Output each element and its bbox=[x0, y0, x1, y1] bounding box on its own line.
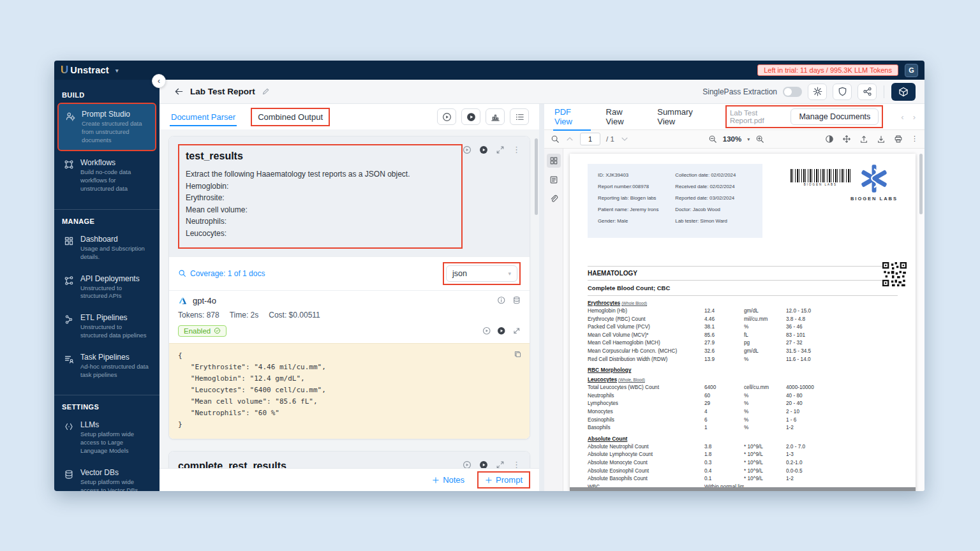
run-prompt-filled-icon[interactable] bbox=[479, 460, 488, 468]
prompt-text[interactable]: Extract the following Haaematology test … bbox=[186, 168, 455, 240]
context-db-icon[interactable] bbox=[512, 296, 521, 305]
table-cell: 11.6 - 14.0 bbox=[786, 356, 898, 364]
coverage-link[interactable]: Coverage: 1 of 1 docs bbox=[178, 269, 265, 278]
current-document-name[interactable]: Lab Test Report.pdf bbox=[730, 109, 786, 124]
org-switcher-chevron-icon[interactable]: ▾ bbox=[115, 67, 119, 74]
prompt-cards-scroll[interactable]: test_results Extract the following Haaem… bbox=[160, 129, 539, 468]
enabled-chip[interactable]: Enabled bbox=[178, 325, 226, 337]
run-all-button[interactable] bbox=[437, 108, 456, 125]
scrollbar[interactable] bbox=[535, 138, 538, 215]
info-icon[interactable] bbox=[497, 296, 506, 305]
zoom-in-icon[interactable] bbox=[755, 135, 764, 143]
sidebar-item-dashboard[interactable]: DashboardUsage and Subscription details. bbox=[57, 229, 156, 267]
table-cell: Eosinophils bbox=[588, 416, 704, 425]
sidebar-item-vector-dbs[interactable]: Vector DBsSetup platform wide access to … bbox=[57, 462, 156, 491]
attachments-button[interactable] bbox=[547, 192, 561, 206]
more-tools-icon[interactable]: ⋮ bbox=[911, 137, 918, 141]
text-line: Collection date: 02/02/2024 bbox=[675, 172, 736, 178]
sidebar-item-desc: Create structured data from unstructured… bbox=[82, 120, 149, 144]
pdf-scrollbar[interactable] bbox=[919, 154, 923, 214]
contrast-icon[interactable] bbox=[825, 135, 834, 143]
user-avatar[interactable]: G bbox=[905, 64, 918, 77]
app-window: U Unstract ▾ Left in trial: 11 days / 99… bbox=[54, 61, 924, 491]
sidebar-section: SETTINGSLLMsSetup platform wide access t… bbox=[54, 395, 160, 491]
copy-icon[interactable] bbox=[514, 350, 522, 358]
json-output[interactable]: { "Erythrosite": "4.46 mil/cu.mm", "Hemo… bbox=[169, 343, 530, 439]
singlepass-toggle[interactable] bbox=[783, 87, 802, 97]
sidebar-item-desc: Usage and Subscription details. bbox=[80, 245, 150, 261]
pan-icon[interactable] bbox=[842, 135, 851, 143]
paperclip-icon bbox=[549, 195, 558, 203]
text-line: Hemoglobin: bbox=[186, 180, 455, 193]
table-group-heading: Erythrocytes(Whole Blood) bbox=[588, 300, 898, 306]
zoom-level[interactable]: 130% bbox=[723, 135, 741, 143]
table-cell: 4000-10000 bbox=[786, 384, 898, 392]
download-icon[interactable] bbox=[877, 135, 886, 143]
model-name: gpt-4o bbox=[193, 296, 216, 305]
tab-summary-view[interactable]: Summary View bbox=[656, 101, 711, 132]
text-line: Neutrophils: bbox=[186, 216, 455, 228]
sidebar-item-prompt-studio[interactable]: Prompt StudioCreate structured data from… bbox=[57, 103, 156, 151]
share-button[interactable] bbox=[858, 84, 877, 100]
zoom-out-icon[interactable] bbox=[708, 135, 717, 143]
export-tool-button[interactable] bbox=[891, 83, 916, 101]
settings-button[interactable] bbox=[808, 84, 827, 100]
back-icon[interactable] bbox=[174, 87, 184, 96]
run-metrics: Tokens: 878 Time: 2s Cost: $0.00511 bbox=[169, 311, 530, 325]
run-prompt-icon[interactable] bbox=[463, 145, 471, 154]
sidebar-section-label: BUILD bbox=[54, 87, 160, 101]
run-prompt-icon[interactable] bbox=[463, 460, 471, 468]
run-all-filled-button[interactable] bbox=[461, 108, 480, 125]
page-number-input[interactable] bbox=[580, 133, 600, 145]
table-row: Absolute Lymphocyte Count1.8* 10^9/L1-3 bbox=[588, 451, 898, 459]
table-cell: 3.8 - 4.8 bbox=[786, 316, 898, 324]
list-icon bbox=[515, 112, 524, 122]
guard-button[interactable] bbox=[833, 84, 852, 100]
manage-documents-button[interactable]: Manage Documents bbox=[791, 108, 879, 125]
search-icon[interactable] bbox=[551, 135, 560, 143]
more-options-icon[interactable]: ⋮ bbox=[512, 460, 521, 468]
sidebar-item-workflows[interactable]: WorkflowsBuild no-code data workflows fo… bbox=[57, 152, 156, 198]
sidebar-item-api-deployments[interactable]: API DeploymentsUnstructured to structure… bbox=[57, 268, 156, 307]
expand-icon[interactable] bbox=[496, 460, 505, 468]
run-output-icon[interactable] bbox=[482, 327, 491, 335]
table-cell: 4.46 bbox=[704, 316, 744, 324]
table-cell: Lymphocytes bbox=[588, 400, 704, 408]
add-prompt-button[interactable]: Prompt bbox=[485, 475, 523, 485]
run-prompt-filled-icon[interactable] bbox=[479, 145, 488, 154]
more-options-icon[interactable]: ⋮ bbox=[512, 145, 521, 154]
sidebar-item-llms[interactable]: LLMsSetup platform wide access to Large … bbox=[57, 415, 156, 460]
tab-combined-output[interactable]: Combined Output bbox=[251, 108, 330, 126]
print-icon[interactable] bbox=[894, 135, 903, 143]
outline-button[interactable] bbox=[547, 173, 561, 187]
prev-document-chevron-icon[interactable]: ‹ bbox=[901, 112, 903, 122]
resize-icon[interactable] bbox=[512, 327, 521, 335]
pdf-page-area[interactable]: ID: XJK39403Report number:008978Reportin… bbox=[563, 149, 924, 491]
upload-icon[interactable] bbox=[859, 135, 868, 143]
sidebar-item-etl-pipelines[interactable]: ETL PipelinesUnstructured to structured … bbox=[57, 307, 156, 346]
singlepass-label: SinglePass Extraction bbox=[702, 87, 777, 96]
sidebar-item-title: Dashboard bbox=[80, 235, 150, 244]
tab-pdf-view[interactable]: PDF View bbox=[553, 101, 591, 132]
expand-icon[interactable] bbox=[496, 145, 505, 154]
tab-raw-view[interactable]: Raw View bbox=[605, 101, 642, 132]
analytics-button[interactable] bbox=[486, 108, 505, 125]
table-cell: * 10^9/L bbox=[744, 443, 786, 452]
thumbnails-button[interactable] bbox=[547, 154, 561, 168]
table-cell: mil/cu.mm bbox=[744, 316, 786, 324]
run-output-filled-icon[interactable] bbox=[497, 327, 506, 335]
add-notes-button[interactable]: Notes bbox=[432, 475, 464, 485]
add-prompt-annotation: Prompt bbox=[477, 471, 530, 489]
sidebar-collapse-button[interactable]: ‹ bbox=[152, 74, 166, 88]
edit-title-icon[interactable] bbox=[262, 87, 270, 96]
cube-icon bbox=[898, 87, 909, 97]
chevron-up-icon[interactable] bbox=[565, 135, 574, 143]
table-cell: Absolute Monocyte Count bbox=[588, 459, 704, 467]
tab-document-parser[interactable]: Document Parser bbox=[170, 107, 237, 128]
sidebar-item-task-pipelines[interactable]: Task PipelinesAd-hoc unstructured data t… bbox=[57, 347, 156, 385]
output-format-select[interactable]: json▾ bbox=[446, 265, 517, 282]
prompt-studio-icon bbox=[65, 110, 77, 144]
next-document-chevron-icon[interactable]: › bbox=[913, 112, 916, 122]
chevron-down-icon[interactable] bbox=[620, 135, 629, 143]
list-view-button[interactable] bbox=[510, 108, 529, 125]
